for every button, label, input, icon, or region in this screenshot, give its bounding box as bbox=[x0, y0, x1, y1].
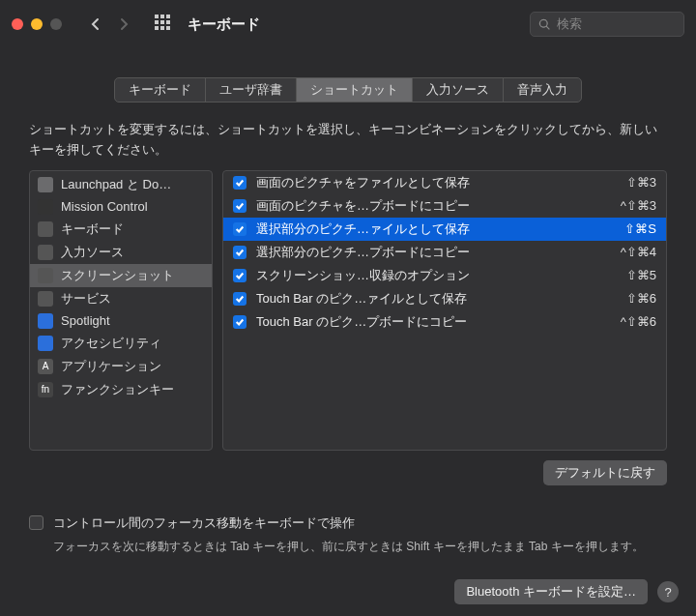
shortcut-label: 画面のピクチャを…プボードにコピー bbox=[256, 197, 589, 215]
shortcut-label: Touch Bar のピク…プボードにコピー bbox=[256, 313, 589, 331]
category-icon bbox=[38, 336, 53, 351]
shortcut-key[interactable]: ⇧⌘5 bbox=[598, 268, 656, 282]
search-icon bbox=[538, 18, 551, 31]
category-label: スクリーンショット bbox=[61, 267, 174, 284]
category-item[interactable]: 入力ソース bbox=[30, 241, 212, 264]
shortcut-checkbox[interactable] bbox=[233, 176, 246, 190]
category-icon bbox=[38, 268, 53, 283]
shortcut-label: 選択部分のピクチ…ァイルとして保存 bbox=[256, 220, 589, 238]
search-input[interactable]: 検索 bbox=[530, 12, 684, 37]
keyboard-navigation-label: コントロール間のフォーカス移動をキーボードで操作 bbox=[53, 514, 355, 532]
keyboard-navigation-checkbox[interactable] bbox=[29, 515, 44, 530]
shortcut-list[interactable]: 画面のピクチャをファイルとして保存⇧⌘3画面のピクチャを…プボードにコピー^⇧⌘… bbox=[222, 170, 667, 451]
shortcut-label: 選択部分のピクチ…プボードにコピー bbox=[256, 244, 589, 261]
category-item[interactable]: fnファンクションキー bbox=[30, 378, 212, 401]
instructions-text: ショートカットを変更するには、ショートカットを選択し、キーコンビネーションをクリ… bbox=[29, 120, 667, 161]
category-list[interactable]: Launchpad と Do…Mission Controlキーボード入力ソース… bbox=[29, 170, 213, 451]
window-controls bbox=[12, 18, 62, 30]
shortcut-row[interactable]: 選択部分のピクチ…プボードにコピー^⇧⌘4 bbox=[223, 241, 666, 264]
category-label: ファンクションキー bbox=[61, 381, 174, 398]
category-label: キーボード bbox=[61, 220, 124, 238]
shortcut-key[interactable]: ⇧⌘S bbox=[598, 221, 656, 236]
category-label: サービス bbox=[61, 290, 111, 308]
category-icon bbox=[38, 199, 53, 215]
shortcut-row[interactable]: 選択部分のピクチ…ァイルとして保存⇧⌘S bbox=[223, 218, 666, 241]
category-item[interactable]: サービス bbox=[30, 287, 212, 310]
help-button[interactable]: ? bbox=[657, 581, 679, 602]
shortcut-row[interactable]: 画面のピクチャをファイルとして保存⇧⌘3 bbox=[223, 171, 666, 194]
show-all-icon[interactable] bbox=[155, 15, 174, 34]
nav-arrows bbox=[83, 13, 135, 36]
shortcut-checkbox[interactable] bbox=[233, 269, 246, 282]
back-button[interactable] bbox=[83, 13, 106, 36]
tab-3[interactable]: 入力ソース bbox=[412, 77, 504, 103]
category-item[interactable]: Spotlight bbox=[30, 310, 212, 332]
keyboard-navigation-help: フォーカスを次に移動するときは Tab キーを押し、前に戻すときは Shift … bbox=[53, 538, 667, 555]
forward-button[interactable] bbox=[112, 13, 135, 36]
window-title: キーボード bbox=[188, 15, 260, 34]
shortcut-key[interactable]: ^⇧⌘4 bbox=[598, 245, 656, 259]
tab-1[interactable]: ユーザ辞書 bbox=[205, 77, 297, 103]
shortcut-row[interactable]: スクリーンショッ…収録のオプション⇧⌘5 bbox=[223, 264, 666, 287]
category-item[interactable]: アクセシビリティ bbox=[30, 332, 212, 355]
category-label: Spotlight bbox=[61, 313, 110, 328]
zoom-window-button[interactable] bbox=[50, 18, 62, 30]
tab-2[interactable]: ショートカット bbox=[296, 77, 413, 103]
category-label: 入力ソース bbox=[61, 244, 124, 261]
category-icon bbox=[38, 245, 53, 260]
shortcut-row[interactable]: Touch Bar のピク…プボードにコピー^⇧⌘6 bbox=[223, 310, 666, 334]
category-item[interactable]: Launchpad と Do… bbox=[30, 173, 212, 196]
category-icon bbox=[38, 291, 53, 307]
tab-0[interactable]: キーボード bbox=[114, 77, 206, 103]
shortcut-row[interactable]: Touch Bar のピク…ァイルとして保存⇧⌘6 bbox=[223, 287, 666, 310]
shortcut-label: 画面のピクチャをファイルとして保存 bbox=[256, 174, 589, 191]
shortcut-checkbox[interactable] bbox=[233, 222, 246, 236]
category-label: アプリケーション bbox=[61, 358, 161, 375]
category-item[interactable]: キーボード bbox=[30, 218, 212, 241]
shortcut-label: Touch Bar のピク…ァイルとして保存 bbox=[256, 290, 589, 308]
shortcut-row[interactable]: 画面のピクチャを…プボードにコピー^⇧⌘3 bbox=[223, 194, 666, 218]
category-icon bbox=[38, 221, 53, 237]
shortcut-key[interactable]: ^⇧⌘3 bbox=[598, 198, 656, 213]
shortcut-checkbox[interactable] bbox=[233, 315, 246, 329]
tab-4[interactable]: 音声入力 bbox=[503, 77, 582, 103]
category-item[interactable]: スクリーンショット bbox=[30, 264, 212, 287]
category-label: アクセシビリティ bbox=[61, 335, 161, 352]
shortcut-label: スクリーンショッ…収録のオプション bbox=[256, 267, 589, 284]
bluetooth-keyboard-button[interactable]: Bluetooth キーボードを設定… bbox=[454, 579, 648, 604]
category-item[interactable]: Aアプリケーション bbox=[30, 355, 212, 378]
tabs: キーボードユーザ辞書ショートカット入力ソース音声入力 bbox=[29, 77, 667, 103]
category-icon: fn bbox=[38, 382, 53, 397]
search-placeholder: 検索 bbox=[557, 15, 582, 33]
shortcut-checkbox[interactable] bbox=[233, 199, 246, 213]
titlebar: キーボード 検索 bbox=[0, 0, 696, 48]
shortcut-key[interactable]: ^⇧⌘6 bbox=[598, 314, 656, 329]
shortcut-key[interactable]: ⇧⌘6 bbox=[598, 291, 656, 306]
category-icon: A bbox=[38, 359, 53, 374]
shortcut-checkbox[interactable] bbox=[233, 246, 246, 259]
category-icon bbox=[38, 313, 53, 329]
category-label: Mission Control bbox=[61, 199, 148, 214]
category-label: Launchpad と Do… bbox=[61, 176, 171, 193]
restore-defaults-button[interactable]: デフォルトに戻す bbox=[543, 460, 667, 485]
category-icon bbox=[38, 177, 53, 192]
minimize-window-button[interactable] bbox=[31, 18, 43, 30]
category-item[interactable]: Mission Control bbox=[30, 196, 212, 218]
close-window-button[interactable] bbox=[12, 18, 23, 30]
shortcut-key[interactable]: ⇧⌘3 bbox=[598, 175, 656, 190]
shortcut-checkbox[interactable] bbox=[233, 292, 246, 306]
